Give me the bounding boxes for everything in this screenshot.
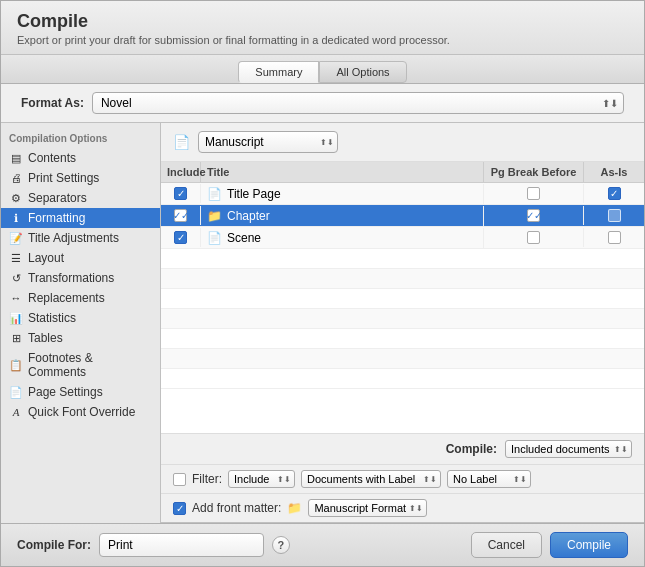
format-as-select-wrapper: Novel Short Story Screenplay Non-Fiction… [92,92,624,114]
front-matter-checkbox[interactable] [173,502,186,515]
contents-icon: ▤ [9,151,23,165]
quick-font-icon: A [9,405,23,419]
compile-button[interactable]: Compile [550,532,628,558]
tables-icon: ⊞ [9,331,23,345]
include-checkbox-title-page[interactable] [174,187,187,200]
format-as-label: Format As: [21,96,84,110]
sidebar-item-title-adjustments[interactable]: 📝 Title Adjustments [1,228,160,248]
table-row-empty [161,289,644,309]
table-row[interactable]: 📄 Title Page [161,183,644,205]
sidebar-item-label-title-adjustments: Title Adjustments [28,231,119,245]
label-select-wrapper: No Label To Do In Progress ⬆⬇ [447,470,531,488]
pg-break-checkbox-scene[interactable] [527,231,540,244]
sidebar-item-quick-font[interactable]: A Quick Font Override [1,402,160,422]
filter-checkbox[interactable] [173,473,186,486]
doc-name: Scene [227,231,261,245]
format-as-row: Format As: Novel Short Story Screenplay … [1,84,644,123]
sidebar: Compilation Options ▤ Contents 🖨 Print S… [1,123,161,523]
sidebar-item-statistics[interactable]: 📊 Statistics [1,308,160,328]
docs-label-select[interactable]: Documents with Label Documents with Stat… [301,470,441,488]
pg-break-checkbox-title-page[interactable] [527,187,540,200]
tab-bar: Summary All Options [1,55,644,84]
docs-label-select-wrapper: Documents with Label Documents with Stat… [301,470,441,488]
tab-all-options[interactable]: All Options [319,61,406,83]
statistics-icon: 📊 [9,311,23,325]
sidebar-item-label-replacements: Replacements [28,291,105,305]
sidebar-item-replacements[interactable]: ↔ Replacements [1,288,160,308]
include-checkbox-scene[interactable] [174,231,187,244]
compile-row: Compile: Included documents All document… [161,434,644,465]
compile-for-select[interactable]: Print PDF Word ePub [99,533,264,557]
sidebar-item-footnotes[interactable]: 📋 Footnotes & Comments [1,348,160,382]
help-button[interactable]: ? [272,536,290,554]
sidebar-item-label-tables: Tables [28,331,63,345]
include-select[interactable]: Include Exclude [228,470,295,488]
as-is-checkbox-scene[interactable] [608,231,621,244]
include-checkbox-chapter[interactable]: ✓ [174,209,187,222]
sidebar-item-separators[interactable]: ⚙ Separators [1,188,160,208]
as-is-cell [584,228,644,247]
print-settings-icon: 🖨 [9,171,23,185]
doc-icon: 📄 [207,231,222,245]
title-cell: 📁 Chapter [201,206,484,226]
front-matter-label: Add front matter: [192,501,281,515]
compile-label: Compile: [446,442,497,456]
cancel-button[interactable]: Cancel [471,532,542,558]
col-title: Title [201,162,484,182]
sidebar-item-layout[interactable]: ☰ Layout [1,248,160,268]
sidebar-item-contents[interactable]: ▤ Contents [1,148,160,168]
front-matter-select[interactable]: Manuscript Format Default [308,499,427,517]
sidebar-item-transformations[interactable]: ↺ Transformations [1,268,160,288]
sidebar-item-label-contents: Contents [28,151,76,165]
sidebar-item-label-footnotes: Footnotes & Comments [28,351,152,379]
col-as-is: As-Is [584,162,644,182]
main-body: Compilation Options ▤ Contents 🖨 Print S… [1,123,644,523]
table-row-empty [161,369,644,389]
compile-select[interactable]: Included documents All documents Selecte… [505,440,632,458]
content-area: 📄 Manuscript Default ⬆⬇ Include Title Pg… [161,123,644,523]
compile-for-label: Compile For: [17,538,91,552]
table-row[interactable]: ✓ 📁 Chapter ✓ [161,205,644,227]
sidebar-item-label-transformations: Transformations [28,271,114,285]
sidebar-item-formatting[interactable]: ℹ Formatting [1,208,160,228]
format-as-select[interactable]: Novel Short Story Screenplay Non-Fiction [92,92,624,114]
col-pg-break: Pg Break Before [484,162,584,182]
sidebar-item-label-formatting: Formatting [28,211,85,225]
as-is-cell [584,184,644,203]
table-row-empty [161,329,644,349]
sidebar-item-label-separators: Separators [28,191,87,205]
sidebar-item-page-settings[interactable]: 📄 Page Settings [1,382,160,402]
sidebar-item-label-statistics: Statistics [28,311,76,325]
title-cell: 📄 Scene [201,228,484,248]
as-is-checkbox-title-page[interactable] [608,187,621,200]
as-is-checkbox-chapter[interactable] [608,209,621,222]
include-select-wrapper: Include Exclude ⬆⬇ [228,470,295,488]
tab-summary[interactable]: Summary [238,61,319,83]
footnotes-icon: 📋 [9,358,23,372]
sidebar-item-label-layout: Layout [28,251,64,265]
table-header: Include Title Pg Break Before As-Is [161,162,644,183]
documents-table: Include Title Pg Break Before As-Is 📄 Ti… [161,162,644,434]
manuscript-icon: 📄 [173,134,190,150]
table-row-empty [161,309,644,329]
sidebar-section-label: Compilation Options [1,131,160,148]
include-cell [161,228,201,247]
sidebar-item-label-quick-font: Quick Font Override [28,405,135,419]
separators-icon: ⚙ [9,191,23,205]
sidebar-item-print-settings[interactable]: 🖨 Print Settings [1,168,160,188]
pg-break-checkbox-chapter[interactable]: ✓ [527,209,540,222]
transformations-icon: ↺ [9,271,23,285]
include-cell: ✓ [161,206,201,225]
sidebar-item-tables[interactable]: ⊞ Tables [1,328,160,348]
page-settings-icon: 📄 [9,385,23,399]
col-include: Include [161,162,201,182]
label-select[interactable]: No Label To Do In Progress [447,470,531,488]
manuscript-select[interactable]: Manuscript Default [198,131,338,153]
table-row[interactable]: 📄 Scene [161,227,644,249]
manuscript-row: 📄 Manuscript Default ⬆⬇ [161,123,644,162]
window-title: Compile [17,11,628,32]
compile-for-select-wrapper: Print PDF Word ePub [99,533,264,557]
table-row-empty [161,349,644,369]
bottom-bar: Compile For: Print PDF Word ePub ? Cance… [1,523,644,566]
filter-row: Filter: Include Exclude ⬆⬇ Documents wit… [161,465,644,494]
